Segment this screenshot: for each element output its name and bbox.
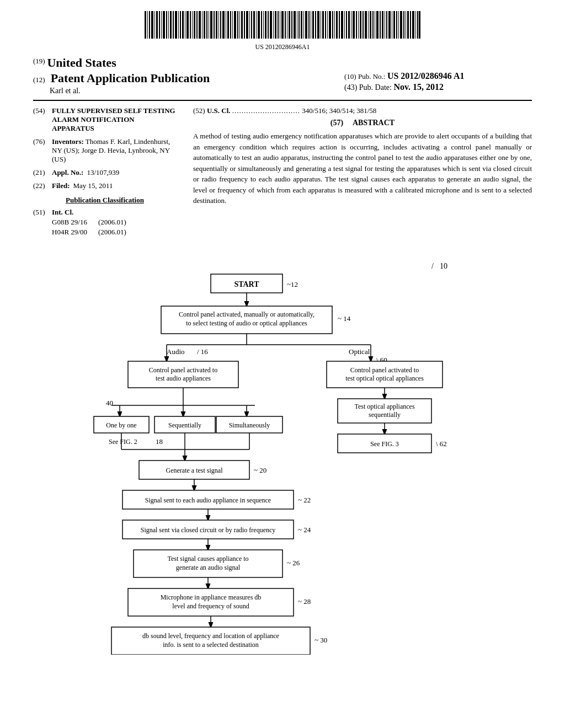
svg-rect-10 bbox=[168, 11, 169, 39]
int-cl-year-2: (2006.01) bbox=[98, 228, 126, 237]
node14-text2: to select testing of audio or optical ap… bbox=[186, 319, 307, 327]
pub-no-label: (10) Pub. No.: bbox=[344, 72, 385, 81]
svg-rect-25 bbox=[204, 11, 205, 39]
svg-rect-79 bbox=[332, 11, 333, 39]
right-column: (52) U.S. Cl. ..........................… bbox=[193, 106, 532, 241]
generate-text: Generate a test signal bbox=[166, 467, 223, 474]
svg-rect-49 bbox=[261, 11, 262, 39]
field-num-21: (21) bbox=[33, 168, 49, 177]
num19: (19) bbox=[33, 57, 45, 65]
us-cl-num: (52) bbox=[193, 106, 205, 115]
svg-rect-1 bbox=[147, 11, 148, 39]
start-label: START bbox=[234, 280, 259, 288]
svg-rect-68 bbox=[305, 11, 307, 39]
field-76: (76) Inventors: Thomas F. Karl, Lindenhu… bbox=[33, 137, 177, 164]
svg-rect-24 bbox=[202, 11, 202, 39]
svg-rect-110 bbox=[406, 11, 406, 39]
svg-rect-39 bbox=[237, 11, 238, 39]
svg-rect-29 bbox=[214, 11, 215, 39]
int-cl-class1: G08B 29/16 bbox=[52, 218, 87, 226]
country-line: (19) United States bbox=[33, 56, 344, 70]
svg-rect-90 bbox=[358, 11, 359, 39]
svg-rect-69 bbox=[308, 11, 310, 39]
svg-rect-60 bbox=[287, 11, 287, 39]
fig3-text: See FIG. 3 bbox=[370, 440, 399, 448]
svg-rect-0 bbox=[145, 11, 146, 39]
node62-label: \ 62 bbox=[436, 440, 447, 448]
abstract-title: (57) ABSTRACT bbox=[193, 119, 532, 127]
svg-rect-84 bbox=[344, 11, 345, 39]
svg-rect-31 bbox=[218, 11, 219, 39]
svg-rect-71 bbox=[312, 11, 314, 39]
audio-test-text1: Control panel activated to bbox=[149, 366, 217, 374]
svg-rect-51 bbox=[265, 11, 266, 39]
svg-rect-21 bbox=[194, 11, 195, 39]
svg-rect-111 bbox=[407, 11, 409, 39]
svg-rect-33 bbox=[222, 11, 225, 39]
svg-rect-109 bbox=[403, 11, 404, 39]
optical-cp-text1: Control panel activated to bbox=[350, 366, 419, 374]
svg-rect-11 bbox=[170, 11, 172, 39]
svg-rect-87 bbox=[351, 11, 351, 39]
svg-rect-13 bbox=[175, 11, 177, 39]
svg-rect-56 bbox=[278, 11, 279, 39]
svg-rect-2 bbox=[149, 11, 150, 39]
svg-rect-45 bbox=[251, 11, 252, 39]
svg-rect-22 bbox=[196, 11, 198, 39]
svg-rect-35 bbox=[227, 11, 229, 39]
field-content-76: Inventors: Thomas F. Karl, Lindenhurst, … bbox=[52, 137, 177, 164]
svg-rect-7 bbox=[161, 11, 162, 39]
int-cl-year1-text: (2006.01) bbox=[98, 218, 126, 226]
svg-rect-105 bbox=[393, 11, 395, 39]
patent-app-title: Patent Application Publication bbox=[51, 71, 210, 85]
svg-rect-73 bbox=[317, 11, 319, 39]
svg-rect-92 bbox=[363, 11, 364, 39]
barcode-area bbox=[33, 11, 532, 41]
svg-rect-95 bbox=[370, 11, 371, 39]
optical-cp-text2: test optical optical appliances bbox=[345, 374, 424, 382]
svg-rect-72 bbox=[315, 11, 316, 39]
us-cl-label: U.S. Cl. bbox=[207, 106, 231, 115]
svg-rect-14 bbox=[178, 11, 179, 39]
field-num-76: (76) bbox=[33, 137, 49, 164]
svg-rect-42 bbox=[244, 11, 245, 39]
svg-rect-115 bbox=[417, 11, 418, 39]
pub-number-top: US 20120286946A1 bbox=[33, 43, 532, 51]
svg-rect-8 bbox=[163, 11, 165, 39]
int-cl-year-1: (2006.01) bbox=[98, 218, 126, 227]
svg-rect-93 bbox=[365, 11, 367, 39]
svg-rect-52 bbox=[268, 11, 269, 39]
svg-rect-17 bbox=[185, 11, 185, 39]
int-cl-entry-1: G08B 29/16 bbox=[52, 218, 87, 227]
svg-rect-112 bbox=[410, 11, 411, 39]
svg-rect-86 bbox=[348, 11, 350, 39]
field-22: (22) Filed: May 15, 2011 bbox=[33, 181, 177, 190]
pub-date-label: (43) Pub. Date: bbox=[344, 83, 392, 92]
svg-rect-80 bbox=[334, 11, 335, 39]
svg-rect-28 bbox=[210, 11, 212, 39]
svg-rect-76 bbox=[325, 11, 326, 39]
svg-rect-67 bbox=[303, 11, 304, 39]
pub-number-text: US 20120286946A1 bbox=[255, 43, 310, 51]
optical-seq-text2: sequentially bbox=[369, 411, 401, 419]
int-cl-label: Int. Cl. bbox=[52, 208, 73, 216]
svg-rect-65 bbox=[299, 11, 300, 39]
pub-date-line: (43) Pub. Date: Nov. 15, 2012 bbox=[344, 82, 532, 92]
field-label-21: Appl. No.: bbox=[52, 168, 83, 177]
svg-rect-34 bbox=[226, 11, 226, 39]
svg-rect-54 bbox=[273, 11, 274, 39]
audio-test-text2: test audio appliances bbox=[156, 374, 211, 382]
pub-date-value: Nov. 15, 2012 bbox=[393, 82, 444, 92]
pub-no-line: (10) Pub. No.: US 2012/0286946 A1 bbox=[344, 71, 532, 81]
node20-label: ~ 20 bbox=[254, 466, 266, 474]
svg-rect-18 bbox=[186, 11, 189, 39]
svg-rect-47 bbox=[256, 11, 257, 39]
svg-rect-57 bbox=[280, 11, 280, 39]
svg-rect-96 bbox=[372, 11, 374, 39]
us-cl-line: (52) U.S. Cl. ..........................… bbox=[193, 106, 532, 115]
svg-rect-43 bbox=[246, 11, 248, 39]
svg-rect-26 bbox=[206, 11, 207, 39]
field-num-54: (54) bbox=[33, 106, 49, 133]
svg-rect-91 bbox=[360, 11, 361, 39]
pub-no-value: US 2012/0286946 A1 bbox=[387, 71, 465, 81]
